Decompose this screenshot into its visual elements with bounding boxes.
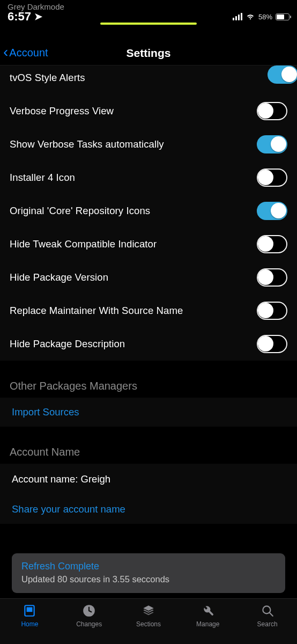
layers-icon: [141, 603, 156, 618]
toggle-switch[interactable]: [257, 268, 287, 287]
toggle-switch[interactable]: [257, 235, 287, 253]
chevron-left-icon: ‹: [3, 45, 8, 60]
toggle-switch[interactable]: [257, 302, 287, 320]
wifi-icon: [246, 11, 255, 23]
back-label: Account: [9, 47, 48, 59]
tab-label: Changes: [76, 620, 102, 628]
section-header-other-pm: Other Packages Managers: [0, 376, 297, 398]
share-account-link[interactable]: Share your account name: [0, 495, 297, 524]
svg-line-4: [270, 613, 272, 616]
toast-body: Updated 80 sources in 3.55 secconds: [21, 574, 276, 584]
tools-icon: [201, 603, 216, 618]
clock-time: 6:57: [8, 10, 31, 23]
setting-label: Hide Package Description: [10, 338, 125, 350]
setting-row[interactable]: tvOS Style Alerts: [0, 65, 297, 94]
import-sources-link[interactable]: Import Sources: [0, 398, 297, 427]
setting-row[interactable]: Replace Maintainer With Source Name: [0, 294, 297, 327]
back-button[interactable]: ‹ Account: [3, 41, 48, 65]
toggle-switch[interactable]: [257, 102, 287, 120]
tab-label: Home: [21, 620, 38, 628]
setting-row[interactable]: Show Verbose Tasks automatically: [0, 128, 297, 161]
clock-icon: [81, 603, 96, 618]
toggle-switch[interactable]: [257, 169, 287, 187]
section-header-account: Account Name: [0, 442, 297, 464]
battery-icon: [276, 13, 289, 20]
setting-row[interactable]: Hide Package Description: [0, 327, 297, 361]
setting-label: Original 'Core' Repository Icons: [10, 205, 150, 217]
tab-changes[interactable]: Changes: [60, 603, 119, 628]
toggle-switch[interactable]: [268, 65, 297, 84]
setting-label: Verbose Progress View: [10, 105, 114, 117]
toggle-switch[interactable]: [257, 335, 287, 353]
toggle-switch[interactable]: [257, 135, 287, 153]
location-arrow-icon: ➤: [34, 12, 42, 22]
setting-row[interactable]: Installer 4 Icon: [0, 161, 297, 194]
setting-label: Replace Maintainer With Source Name: [10, 305, 183, 317]
tab-label: Search: [257, 620, 278, 628]
setting-row[interactable]: Verbose Progress View: [0, 94, 297, 128]
home-icon: [22, 603, 37, 618]
tab-manage[interactable]: Manage: [178, 603, 237, 628]
cellular-bars-icon: [233, 13, 242, 20]
tab-search[interactable]: Search: [237, 603, 297, 628]
toggle-switch[interactable]: [257, 202, 287, 220]
setting-label: Hide Package Version: [10, 272, 108, 283]
page-title: Settings: [127, 47, 171, 60]
setting-row[interactable]: Original 'Core' Repository Icons: [0, 194, 297, 228]
setting-label: Installer 4 Icon: [10, 172, 75, 184]
setting-label: Show Verbose Tasks automatically: [10, 138, 164, 150]
search-icon: [260, 603, 275, 618]
tab-bar: Home Changes Sections Manage Search: [0, 598, 297, 644]
setting-label: Hide Tweak Compatible Indicator: [10, 238, 157, 250]
tab-label: Sections: [136, 620, 161, 628]
tab-label: Manage: [196, 620, 219, 628]
status-bar: Grey Darkmode 6:57 ➤ 58%: [0, 0, 297, 24]
settings-scroll[interactable]: tvOS Style AlertsVerbose Progress ViewSh…: [0, 65, 297, 598]
battery-percent: 58%: [258, 13, 272, 21]
setting-label: tvOS Style Alerts: [10, 72, 85, 84]
svg-rect-1: [27, 608, 33, 612]
account-name-row: Account name: Greigh: [0, 464, 297, 495]
home-indicator-line: [100, 23, 197, 25]
nav-bar: ‹ Account Settings: [0, 41, 297, 65]
svg-point-3: [263, 606, 270, 613]
setting-row[interactable]: Hide Tweak Compatible Indicator: [0, 228, 297, 261]
setting-row[interactable]: Hide Package Version: [0, 261, 297, 294]
tab-sections[interactable]: Sections: [119, 603, 179, 628]
toast-title: Refresh Complete: [21, 561, 276, 572]
toast-refresh-complete[interactable]: Refresh Complete Updated 80 sources in 3…: [12, 553, 285, 593]
tab-home[interactable]: Home: [0, 603, 60, 628]
